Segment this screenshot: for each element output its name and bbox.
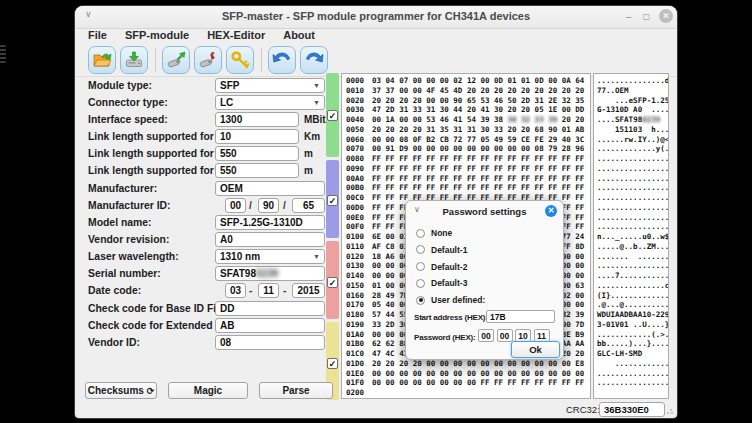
input-15[interactable]: 08 <box>215 335 325 350</box>
parse-button[interactable]: Parse <box>259 382 333 399</box>
crc32-input[interactable]: 36B330E0 <box>599 402 665 417</box>
undo-button[interactable] <box>268 46 296 74</box>
menu-about[interactable]: About <box>276 28 322 44</box>
ascii-row-0090[interactable]: ................ <box>597 164 668 174</box>
radio-circle[interactable] <box>416 279 425 288</box>
hex-row-0010[interactable]: 001037 37 00 00 4F 45 4D 20 20 20 20 20 … <box>346 86 590 96</box>
ascii-row-0150[interactable]: ...............c <box>597 281 668 291</box>
hex-row-0080[interactable]: 0080FF FF FF FF FF FF FF FF FF FF FF FF … <box>346 154 590 164</box>
input-7-2[interactable]: 65 <box>292 198 325 213</box>
menu-sfp-module[interactable]: SFP-module <box>118 28 196 44</box>
hex-row-0000[interactable]: 000003 04 07 00 00 00 02 12 00 0D 01 01 … <box>346 76 590 86</box>
ascii-row-0070[interactable]: .............y(. <box>597 144 668 154</box>
hex-row-0020[interactable]: 002020 20 20 20 00 00 90 65 53 46 50 2D … <box>346 96 590 106</box>
ascii-row-0100[interactable]: n..._.....u0..w$ <box>597 232 668 242</box>
ascii-row-00B0[interactable]: ................ <box>597 183 668 193</box>
hex-row-01F0[interactable]: 01F000 00 00 00 00 00 00 00 FF FF FF FF … <box>346 378 590 388</box>
ascii-row-01E0[interactable]: ................ <box>597 369 668 379</box>
redo-button[interactable] <box>300 46 328 74</box>
ascii-row-0010[interactable]: 77..OEM <box>597 86 668 96</box>
input-13[interactable]: DD <box>215 301 325 316</box>
radio-default-1[interactable]: Default-1 <box>416 244 467 256</box>
ascii-row-0200[interactable] <box>597 388 668 398</box>
hex-row-0030[interactable]: 003047 2D 31 33 31 30 44 20 41 30 20 20 … <box>346 105 590 115</box>
region-checkbox-3[interactable]: ✓ <box>327 358 338 369</box>
region-checkbox-0[interactable]: ✓ <box>327 110 338 121</box>
ascii-row-00D0[interactable]: ................ <box>597 203 668 213</box>
ascii-row-0020[interactable]: ...eSFP-1.25 <box>597 96 668 106</box>
region-checkbox-1[interactable]: ✓ <box>327 195 338 206</box>
input-3[interactable]: 10 <box>215 129 299 144</box>
input-12-2[interactable]: 2015 <box>292 283 325 298</box>
ascii-row-00C0[interactable]: ................ <box>597 193 668 203</box>
region-checkbox-2[interactable]: ✓ <box>327 277 338 288</box>
radio-user-defined-[interactable]: User defined: <box>416 294 485 306</box>
password-byte-0[interactable]: 00 <box>478 329 494 342</box>
radio-default-2[interactable]: Default-2 <box>416 261 467 273</box>
ascii-row-0160[interactable]: (I}............. <box>597 291 668 301</box>
dropdown-0[interactable]: SFP▼ <box>215 78 325 93</box>
open-file-button[interactable] <box>88 46 116 74</box>
password-byte-1[interactable]: 00 <box>497 329 513 342</box>
input-5[interactable]: 550 <box>215 163 299 178</box>
ascii-row-0040[interactable]: ....SFAT980239 <box>597 115 668 125</box>
hex-row-0040[interactable]: 004000 1A 00 00 53 46 41 54 39 38 30 32 … <box>346 115 590 125</box>
ascii-row-0120[interactable]: ....... ....... <box>597 252 668 262</box>
menu-hex-editor[interactable]: HEX-Editor <box>200 28 272 44</box>
input-8[interactable]: SFP-1.25G-1310D <box>215 215 325 230</box>
ascii-row-0000[interactable]: ...............d <box>597 76 668 86</box>
dropdown-1[interactable]: LC▼ <box>215 95 325 110</box>
ok-button[interactable]: Ok <box>511 341 560 358</box>
ascii-row-0190[interactable]: 3-01V01 ..U....} <box>597 320 668 330</box>
hex-row-00B0[interactable]: 00B0FF FF FF FF FF FF FF FF FF FF FF FF … <box>346 183 590 193</box>
dropdown-10[interactable]: 1310 nm▼ <box>215 249 325 264</box>
menu-file[interactable]: File <box>81 28 114 44</box>
ascii-row-00A0[interactable]: ................ <box>597 174 668 184</box>
resize-grip[interactable] <box>666 407 674 415</box>
hex-row-00A0[interactable]: 00A0FF FF FF FF FF FF FF FF FF FF FF FF … <box>346 174 590 184</box>
magic-button[interactable]: Magic <box>168 382 248 399</box>
ascii-row-01C0[interactable]: GLC-LH-SMD <box>597 349 668 359</box>
ascii-row-0080[interactable]: ................ <box>597 154 668 164</box>
ascii-row-01D0[interactable]: ............ <box>597 359 668 369</box>
hex-row-01E0[interactable]: 01E000 00 00 00 00 00 00 00 00 00 00 00 … <box>346 369 590 379</box>
input-11[interactable]: SFAT980239 <box>215 266 325 281</box>
ascii-row-0110[interactable]: .....@..b..ZM... <box>597 242 668 252</box>
input-14[interactable]: AB <box>215 318 325 333</box>
input-6[interactable]: OEM <box>215 181 325 196</box>
input-12-1[interactable]: 11 <box>258 283 279 298</box>
ascii-row-0140[interactable]: ....7........... <box>597 271 668 281</box>
radio-circle[interactable] <box>416 245 425 254</box>
dialog-close-icon[interactable]: ✕ <box>545 205 557 217</box>
hex-row-0070[interactable]: 007000 91 D9 00 00 00 00 00 00 00 00 00 … <box>346 144 590 154</box>
ascii-row-00F0[interactable]: ................ <box>597 222 668 232</box>
password-button[interactable] <box>226 46 254 74</box>
checksums-button[interactable]: Checksums ⟳ <box>85 382 157 399</box>
radio-default-3[interactable]: Default-3 <box>416 277 467 289</box>
ascii-row-01B0[interactable]: bb.....)...}.... <box>597 339 668 349</box>
ascii-row-0030[interactable]: G-1310D A0 .... <box>597 105 668 115</box>
input-2[interactable]: 1300 <box>215 112 299 127</box>
hex-row-0050[interactable]: 005020 20 20 20 31 35 31 31 30 33 20 20 … <box>346 125 590 135</box>
read-module-button[interactable] <box>162 46 190 74</box>
radio-circle[interactable] <box>416 296 425 305</box>
ascii-row-0180[interactable]: WDUIAADBAA10-229 <box>597 310 668 320</box>
write-module-button[interactable] <box>194 46 222 74</box>
input-7-0[interactable]: 00 <box>225 198 246 213</box>
hex-row-0200[interactable]: 0200 <box>346 388 590 398</box>
save-file-button[interactable] <box>120 46 148 74</box>
minimize-button[interactable]: – <box>621 9 636 24</box>
ascii-row-0170[interactable]: .@...@.......... <box>597 300 668 310</box>
radio-circle[interactable] <box>416 262 425 271</box>
close-button[interactable]: ✕ <box>659 9 673 23</box>
start-address-input[interactable]: 17B <box>486 310 555 323</box>
hex-row-0090[interactable]: 0090FF FF FF FF FF FF FF FF FF FF FF FF … <box>346 164 590 174</box>
input-12-0[interactable]: 03 <box>225 283 246 298</box>
radio-circle[interactable] <box>416 229 425 238</box>
radio-none[interactable]: None <box>416 227 452 239</box>
hex-row-0060[interactable]: 006000 00 08 0F B2 CB 72 77 05 49 59 CE … <box>346 135 590 145</box>
ascii-grid[interactable]: ...............d77..OEM ...eSFP-1.25G-13… <box>593 73 669 399</box>
ascii-row-0060[interactable]: ......rw.IY..)@< <box>597 135 668 145</box>
ascii-row-0050[interactable]: 151103 h... <box>597 125 668 135</box>
ascii-row-01A0[interactable]: ............(.>. <box>597 330 668 340</box>
